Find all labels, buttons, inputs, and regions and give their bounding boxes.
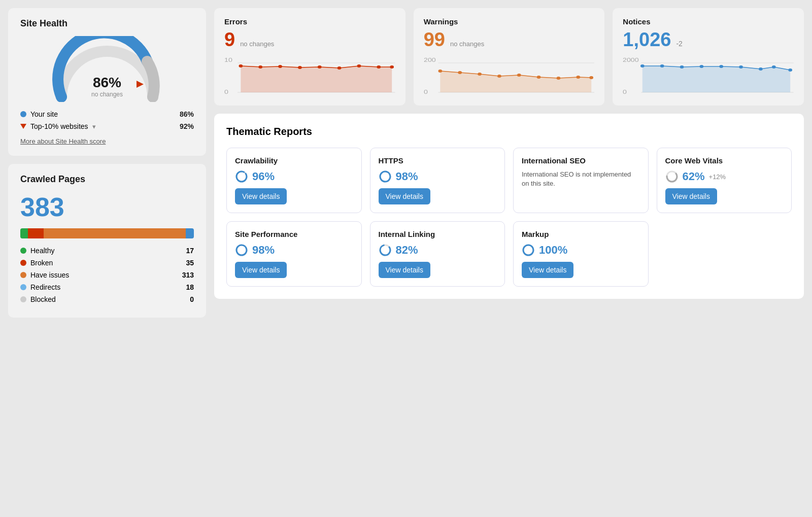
site-health-title: Site Health	[20, 18, 194, 29]
warnings-card: Warnings 99 no changes 200 0	[414, 8, 605, 106]
warnings-title: Warnings	[424, 17, 595, 26]
errors-change: no changes	[240, 40, 274, 48]
notices-title: Notices	[623, 17, 794, 26]
label-redirects: Redirects	[30, 283, 60, 291]
svg-point-5	[239, 64, 243, 67]
svg-point-38	[739, 65, 743, 68]
report-crawlability: Crawlability 96% View details	[226, 148, 362, 213]
svg-text:200: 200	[424, 57, 436, 63]
svg-point-33	[640, 64, 645, 67]
dot-issues	[20, 272, 26, 278]
val-blocked: 0	[190, 295, 194, 303]
intl-seo-name: International SEO	[522, 156, 640, 165]
core-web-icon	[665, 170, 679, 183]
svg-text:0: 0	[224, 89, 228, 95]
bar-redirects	[186, 228, 194, 238]
your-site-legend: Your site 86%	[20, 110, 194, 118]
svg-point-9	[318, 65, 322, 68]
legend-redirects: Redirects 18	[20, 283, 194, 291]
markup-name: Markup	[522, 230, 640, 238]
your-site-dot	[20, 111, 26, 117]
svg-point-24	[536, 76, 540, 79]
internal-link-view-btn[interactable]: View details	[379, 262, 430, 278]
svg-marker-32	[642, 66, 790, 92]
report-site-perf: Site Performance 98% View details	[226, 221, 362, 287]
val-healthy: 17	[186, 247, 194, 255]
svg-point-13	[390, 65, 394, 68]
top-ten-icon	[20, 124, 26, 129]
svg-text:2000: 2000	[623, 57, 639, 63]
site-perf-icon	[235, 244, 248, 257]
svg-point-25	[556, 77, 560, 80]
svg-text:0: 0	[623, 89, 627, 95]
bar-healthy	[20, 228, 28, 238]
crawlability-name: Crawlability	[235, 156, 353, 165]
svg-point-40	[772, 65, 776, 68]
https-pct: 98%	[396, 170, 418, 183]
svg-point-6	[258, 65, 262, 68]
reports-row-2: Site Performance 98% View details Intern…	[226, 221, 792, 287]
label-broken: Broken	[30, 259, 53, 267]
report-internal-link: Internal Linking 82% View details	[370, 221, 505, 287]
svg-point-22	[497, 75, 501, 78]
gauge-center: 86% no changes	[91, 75, 123, 98]
dot-healthy	[20, 248, 26, 254]
svg-point-27	[589, 76, 593, 79]
legend-broken: Broken 35	[20, 259, 194, 267]
label-healthy: Healthy	[30, 247, 54, 255]
svg-point-21	[478, 73, 482, 76]
your-site-label: Your site	[30, 110, 58, 118]
svg-marker-18	[440, 71, 591, 92]
svg-point-10	[337, 66, 342, 70]
svg-point-53	[523, 245, 533, 255]
notices-card: Notices 1,026 -2 2000 0	[613, 8, 804, 106]
legend-blocked: Blocked 0	[20, 295, 194, 303]
report-intl-seo: International SEO International SEO is n…	[513, 148, 649, 213]
crawled-total: 383	[20, 192, 194, 222]
stats-row: Errors 9 no changes 10 0	[214, 8, 804, 106]
https-name: HTTPS	[379, 156, 497, 165]
val-broken: 35	[186, 259, 194, 267]
gauge-svg: 86% no changes	[51, 36, 163, 102]
pages-bar-stack	[20, 228, 194, 238]
https-view-btn[interactable]: View details	[379, 188, 430, 204]
svg-point-19	[438, 70, 442, 73]
core-web-delta: +12%	[709, 173, 726, 181]
svg-point-7	[278, 65, 282, 68]
gauge-marker	[137, 81, 144, 88]
val-redirects: 18	[186, 283, 194, 291]
site-health-card: Site Health 86% no changes	[8, 8, 206, 156]
https-icon	[379, 170, 392, 183]
label-issues: Have issues	[30, 271, 69, 279]
svg-point-20	[458, 71, 462, 74]
label-blocked: Blocked	[30, 295, 56, 303]
bar-issues	[44, 228, 185, 238]
site-perf-view-btn[interactable]: View details	[235, 262, 287, 278]
svg-point-11	[357, 64, 361, 67]
legend-issues: Have issues 313	[20, 271, 194, 279]
dot-redirects	[20, 284, 26, 290]
your-site-value: 86%	[180, 110, 194, 118]
top-ten-chevron[interactable]: ▾	[92, 123, 96, 130]
markup-view-btn[interactable]: View details	[522, 262, 573, 278]
markup-icon	[522, 244, 535, 257]
dot-broken	[20, 260, 26, 266]
svg-point-37	[720, 65, 724, 68]
svg-point-34	[660, 64, 664, 67]
notices-change: -2	[676, 40, 682, 48]
svg-point-41	[789, 68, 793, 72]
more-health-link[interactable]: More about Site Health score	[20, 137, 106, 145]
warnings-change: no changes	[450, 40, 484, 48]
crawled-pages-card: Crawled Pages 383 Healthy 17 Broken	[8, 164, 206, 318]
errors-title: Errors	[224, 17, 395, 26]
markup-pct: 100%	[539, 244, 567, 257]
core-web-view-btn[interactable]: View details	[665, 188, 717, 204]
crawled-pages-title: Crawled Pages	[20, 174, 194, 185]
report-markup: Markup 100% View details	[513, 221, 649, 287]
crawlability-view-btn[interactable]: View details	[235, 188, 287, 204]
gauge-sub: no changes	[91, 91, 123, 98]
reports-row-1: Crawlability 96% View details HTTPS	[226, 148, 792, 213]
svg-point-43	[236, 171, 247, 182]
internal-link-name: Internal Linking	[379, 230, 497, 238]
report-https: HTTPS 98% View details	[370, 148, 505, 213]
